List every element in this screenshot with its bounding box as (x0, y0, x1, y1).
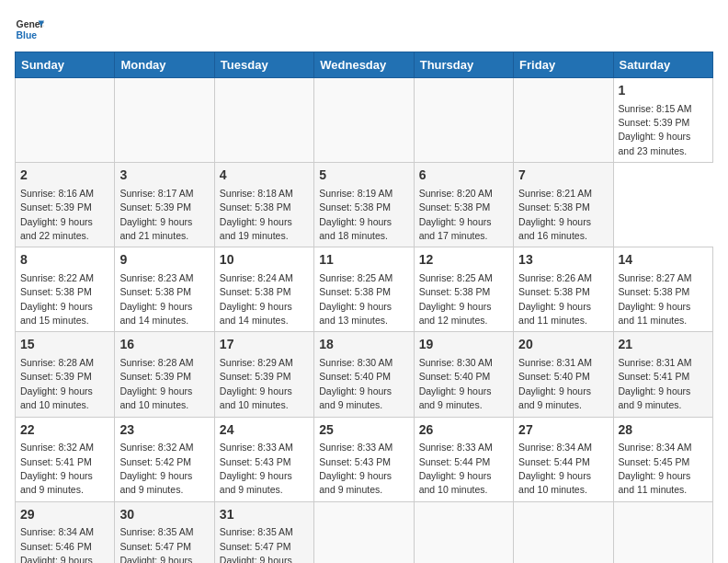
calendar-day-cell: 3Sunrise: 8:17 AMSunset: 5:39 PMDaylight… (115, 163, 214, 247)
calendar-day-cell: 14Sunrise: 8:27 AMSunset: 5:38 PMDayligh… (613, 247, 712, 332)
calendar-header-cell: Monday (115, 52, 214, 78)
day-info: Sunrise: 8:34 AMSunset: 5:46 PMDaylight:… (20, 526, 94, 563)
calendar-header-cell: Sunday (16, 52, 115, 78)
calendar-day-cell: 30Sunrise: 8:35 AMSunset: 5:47 PMDayligh… (115, 501, 214, 563)
day-number: 26 (419, 421, 508, 440)
day-info: Sunrise: 8:21 AMSunset: 5:38 PMDaylight:… (518, 188, 592, 241)
calendar-day-cell: 28Sunrise: 8:34 AMSunset: 5:45 PMDayligh… (613, 417, 712, 501)
calendar-week-row: 8Sunrise: 8:22 AMSunset: 5:38 PMDaylight… (16, 247, 713, 332)
calendar-body: 1Sunrise: 8:15 AMSunset: 5:39 PMDaylight… (16, 78, 713, 564)
day-number: 8 (20, 251, 109, 270)
calendar-empty-cell (514, 501, 613, 563)
day-info: Sunrise: 8:20 AMSunset: 5:38 PMDaylight:… (419, 188, 493, 241)
calendar-header-cell: Saturday (613, 52, 712, 78)
day-number: 2 (20, 167, 109, 185)
calendar-table: SundayMondayTuesdayWednesdayThursdayFrid… (15, 52, 713, 563)
calendar-day-cell: 20Sunrise: 8:31 AMSunset: 5:40 PMDayligh… (514, 332, 613, 417)
calendar-empty-cell (613, 501, 712, 563)
day-info: Sunrise: 8:31 AMSunset: 5:41 PMDaylight:… (619, 357, 692, 410)
calendar-day-cell: 4Sunrise: 8:18 AMSunset: 5:38 PMDaylight… (214, 163, 313, 247)
calendar-empty-cell (414, 501, 513, 563)
calendar-day-cell: 9Sunrise: 8:23 AMSunset: 5:38 PMDaylight… (115, 247, 214, 332)
day-number: 25 (319, 421, 408, 440)
header: General Blue (15, 15, 713, 44)
day-number: 5 (319, 167, 408, 185)
calendar-day-cell: 23Sunrise: 8:32 AMSunset: 5:42 PMDayligh… (115, 417, 214, 501)
calendar-day-cell: 17Sunrise: 8:29 AMSunset: 5:39 PMDayligh… (214, 332, 313, 417)
calendar-day-cell: 22Sunrise: 8:32 AMSunset: 5:41 PMDayligh… (16, 417, 115, 501)
svg-text:Blue: Blue (17, 30, 38, 40)
day-info: Sunrise: 8:34 AMSunset: 5:44 PMDaylight:… (518, 442, 592, 495)
calendar-header-cell: Friday (514, 52, 613, 78)
calendar-day-cell: 25Sunrise: 8:33 AMSunset: 5:43 PMDayligh… (314, 417, 414, 501)
calendar-empty-cell (115, 78, 214, 163)
calendar-day-cell: 24Sunrise: 8:33 AMSunset: 5:43 PMDayligh… (214, 417, 313, 501)
calendar-day-cell: 1Sunrise: 8:15 AMSunset: 5:39 PMDaylight… (613, 78, 712, 163)
calendar-day-cell: 31Sunrise: 8:35 AMSunset: 5:47 PMDayligh… (214, 501, 313, 563)
day-info: Sunrise: 8:31 AMSunset: 5:40 PMDaylight:… (518, 357, 592, 410)
day-number: 4 (220, 167, 309, 185)
day-number: 11 (319, 251, 408, 270)
day-info: Sunrise: 8:35 AMSunset: 5:47 PMDaylight:… (119, 526, 193, 563)
day-number: 21 (619, 336, 708, 354)
day-number: 13 (518, 251, 608, 270)
calendar-day-cell: 5Sunrise: 8:19 AMSunset: 5:38 PMDaylight… (314, 163, 414, 247)
day-number: 29 (20, 506, 109, 524)
day-number: 12 (419, 251, 508, 270)
calendar-week-row: 29Sunrise: 8:34 AMSunset: 5:46 PMDayligh… (16, 501, 713, 563)
day-number: 23 (119, 421, 209, 440)
day-info: Sunrise: 8:32 AMSunset: 5:41 PMDaylight:… (20, 442, 94, 495)
calendar-empty-cell (514, 78, 613, 163)
calendar-empty-cell (16, 78, 115, 163)
day-number: 15 (20, 336, 109, 354)
calendar-day-cell: 7Sunrise: 8:21 AMSunset: 5:38 PMDaylight… (514, 163, 613, 247)
calendar-day-cell: 15Sunrise: 8:28 AMSunset: 5:39 PMDayligh… (16, 332, 115, 417)
day-number: 19 (419, 336, 508, 354)
calendar-day-cell: 27Sunrise: 8:34 AMSunset: 5:44 PMDayligh… (514, 417, 613, 501)
day-info: Sunrise: 8:33 AMSunset: 5:43 PMDaylight:… (220, 442, 293, 495)
calendar-empty-cell (414, 78, 513, 163)
calendar-day-cell: 18Sunrise: 8:30 AMSunset: 5:40 PMDayligh… (314, 332, 414, 417)
day-info: Sunrise: 8:30 AMSunset: 5:40 PMDaylight:… (419, 357, 493, 410)
calendar-day-cell: 8Sunrise: 8:22 AMSunset: 5:38 PMDaylight… (16, 247, 115, 332)
day-info: Sunrise: 8:29 AMSunset: 5:39 PMDaylight:… (220, 357, 293, 410)
day-number: 30 (119, 506, 209, 524)
day-number: 31 (220, 506, 309, 524)
day-info: Sunrise: 8:28 AMSunset: 5:39 PMDaylight:… (119, 357, 193, 410)
day-info: Sunrise: 8:33 AMSunset: 5:43 PMDaylight:… (319, 442, 392, 495)
day-number: 22 (20, 421, 109, 440)
calendar-header-cell: Tuesday (214, 52, 313, 78)
day-number: 10 (220, 251, 309, 270)
day-info: Sunrise: 8:22 AMSunset: 5:38 PMDaylight:… (20, 272, 94, 326)
day-number: 16 (119, 336, 209, 354)
logo-icon: General Blue (15, 15, 44, 44)
day-info: Sunrise: 8:18 AMSunset: 5:38 PMDaylight:… (220, 188, 293, 241)
day-info: Sunrise: 8:24 AMSunset: 5:38 PMDaylight:… (220, 272, 293, 326)
calendar-day-cell: 16Sunrise: 8:28 AMSunset: 5:39 PMDayligh… (115, 332, 214, 417)
day-info: Sunrise: 8:34 AMSunset: 5:45 PMDaylight:… (619, 442, 692, 495)
day-number: 18 (319, 336, 408, 354)
day-info: Sunrise: 8:16 AMSunset: 5:39 PMDaylight:… (20, 188, 94, 241)
day-info: Sunrise: 8:26 AMSunset: 5:38 PMDaylight:… (518, 272, 592, 326)
calendar-week-row: 1Sunrise: 8:15 AMSunset: 5:39 PMDaylight… (16, 78, 713, 163)
calendar-empty-cell (314, 78, 414, 163)
calendar-day-cell: 10Sunrise: 8:24 AMSunset: 5:38 PMDayligh… (214, 247, 313, 332)
day-number: 9 (119, 251, 209, 270)
calendar-week-row: 2Sunrise: 8:16 AMSunset: 5:39 PMDaylight… (16, 163, 713, 247)
day-info: Sunrise: 8:28 AMSunset: 5:39 PMDaylight:… (20, 357, 94, 410)
calendar-day-cell: 19Sunrise: 8:30 AMSunset: 5:40 PMDayligh… (414, 332, 513, 417)
day-info: Sunrise: 8:32 AMSunset: 5:42 PMDaylight:… (119, 442, 193, 495)
calendar-day-cell: 11Sunrise: 8:25 AMSunset: 5:38 PMDayligh… (314, 247, 414, 332)
day-number: 3 (119, 167, 209, 185)
calendar-day-cell: 2Sunrise: 8:16 AMSunset: 5:39 PMDaylight… (16, 163, 115, 247)
day-info: Sunrise: 8:33 AMSunset: 5:44 PMDaylight:… (419, 442, 493, 495)
calendar-header-cell: Thursday (414, 52, 513, 78)
calendar-day-cell: 6Sunrise: 8:20 AMSunset: 5:38 PMDaylight… (414, 163, 513, 247)
day-info: Sunrise: 8:15 AMSunset: 5:39 PMDaylight:… (619, 103, 692, 156)
day-number: 27 (518, 421, 608, 440)
calendar-day-cell: 13Sunrise: 8:26 AMSunset: 5:38 PMDayligh… (514, 247, 613, 332)
day-info: Sunrise: 8:27 AMSunset: 5:38 PMDaylight:… (619, 272, 692, 326)
day-info: Sunrise: 8:30 AMSunset: 5:40 PMDaylight:… (319, 357, 392, 410)
day-info: Sunrise: 8:35 AMSunset: 5:47 PMDaylight:… (220, 526, 293, 563)
calendar-empty-cell (314, 501, 414, 563)
